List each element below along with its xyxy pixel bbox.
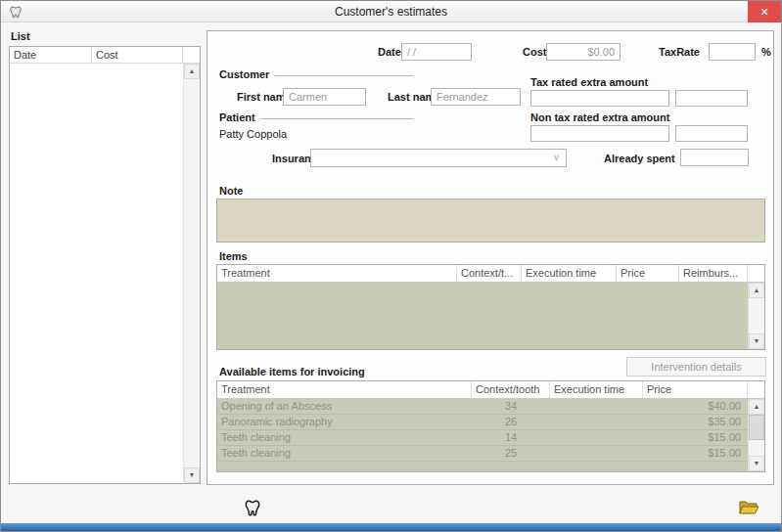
header-corner bbox=[748, 265, 764, 282]
cost-input[interactable] bbox=[546, 43, 621, 61]
estimates-list: Date Cost ▲ ▼ bbox=[9, 46, 201, 484]
table-row[interactable]: Teeth cleaning14$15.00 bbox=[217, 430, 748, 446]
available-scrollbar[interactable]: ▲ ▼ bbox=[748, 399, 764, 471]
open-folder-icon bbox=[738, 505, 759, 519]
available-column-price[interactable]: Price bbox=[643, 381, 748, 398]
title-bar: Customer's estimates ✕ bbox=[1, 1, 781, 22]
cell-treatment bbox=[217, 462, 472, 471]
nontax-extra-label: Non tax rated extra amount bbox=[530, 111, 669, 123]
note-textarea[interactable] bbox=[216, 199, 765, 243]
list-column-date[interactable]: Date bbox=[10, 47, 92, 63]
available-items-table: Treatment Context/tooth Execution time P… bbox=[216, 380, 765, 472]
scroll-down-icon[interactable]: ▼ bbox=[184, 467, 200, 483]
patient-section-header: Patient bbox=[219, 111, 413, 123]
patient-section-label: Patient bbox=[219, 111, 255, 123]
scrollbar-thumb[interactable] bbox=[749, 415, 764, 440]
tax-extra-input[interactable] bbox=[530, 90, 669, 107]
already-spent-label: Already spent bbox=[604, 153, 675, 164]
list-label: List bbox=[11, 30, 30, 42]
cost-label: Cost bbox=[523, 46, 546, 58]
cell-execution bbox=[550, 462, 643, 471]
available-table-body[interactable]: Opening of an Abscess34$40.00Panoramic r… bbox=[217, 399, 748, 471]
date-input[interactable] bbox=[401, 43, 472, 61]
items-table-body[interactable] bbox=[217, 283, 748, 349]
chevron-down-icon: ∨ bbox=[553, 152, 560, 162]
cell-price: $15.00 bbox=[643, 430, 748, 445]
customer-section-label: Customer bbox=[219, 68, 269, 80]
scroll-down-icon[interactable]: ▼ bbox=[749, 333, 764, 349]
list-column-cost[interactable]: Cost bbox=[92, 47, 183, 63]
cell-context: 34 bbox=[472, 399, 550, 414]
cell-execution bbox=[550, 430, 643, 445]
list-body[interactable] bbox=[10, 64, 183, 483]
last-name-input[interactable] bbox=[431, 88, 521, 106]
items-column-execution[interactable]: Execution time bbox=[522, 265, 617, 282]
cell-price: $40.00 bbox=[643, 399, 748, 414]
scroll-down-icon[interactable]: ▼ bbox=[749, 456, 764, 471]
items-table-header: Treatment Context/t... Execution time Pr… bbox=[217, 265, 764, 283]
list-scrollbar[interactable]: ▲ ▼ bbox=[183, 64, 200, 483]
cell-execution bbox=[550, 446, 643, 461]
close-icon: ✕ bbox=[759, 6, 768, 18]
estimate-action-button[interactable] bbox=[239, 496, 266, 521]
items-column-treatment[interactable]: Treatment bbox=[217, 265, 457, 282]
tax-extra-amount-input[interactable] bbox=[675, 90, 748, 107]
available-column-execution[interactable]: Execution time bbox=[550, 381, 643, 398]
dialog-window: Customer's estimates ✕ List Date Cost ▲ … bbox=[0, 0, 782, 532]
nontax-extra-input[interactable] bbox=[530, 125, 669, 142]
cell-price: $15.00 bbox=[643, 446, 748, 461]
table-row[interactable]: Teeth cleaning25$15.00 bbox=[217, 446, 748, 462]
section-rule bbox=[274, 75, 413, 76]
customer-section-header: Customer bbox=[219, 68, 413, 80]
table-row[interactable]: Panoramic radiography26$35.00 bbox=[217, 415, 748, 430]
available-column-context[interactable]: Context/tooth bbox=[472, 381, 550, 398]
nontax-extra-amount-input[interactable] bbox=[675, 125, 748, 142]
patient-name: Patty Coppola bbox=[219, 128, 287, 140]
items-label: Items bbox=[219, 250, 248, 262]
items-column-price[interactable]: Price bbox=[617, 265, 679, 282]
intervention-details-button[interactable]: Intervention details bbox=[626, 357, 766, 377]
items-column-context[interactable]: Context/t... bbox=[457, 265, 522, 282]
already-spent-input[interactable] bbox=[680, 149, 749, 166]
available-items-label: Available items for invoicing bbox=[219, 366, 365, 377]
window-bottom-border bbox=[1, 523, 781, 531]
taxrate-input[interactable] bbox=[709, 43, 756, 61]
cell-treatment: Teeth cleaning bbox=[217, 446, 472, 461]
cell-context: 14 bbox=[472, 430, 550, 445]
close-button[interactable]: ✕ bbox=[748, 1, 781, 22]
table-row[interactable] bbox=[217, 462, 748, 471]
cell-context: 26 bbox=[472, 415, 550, 429]
cell-treatment: Teeth cleaning bbox=[217, 430, 472, 445]
taxrate-label: TaxRate bbox=[659, 46, 700, 58]
date-label: Date bbox=[378, 46, 401, 58]
window-title: Customer's estimates bbox=[1, 5, 781, 19]
scroll-up-icon[interactable]: ▲ bbox=[749, 399, 764, 415]
first-name-input[interactable] bbox=[283, 88, 366, 106]
open-estimate-button[interactable] bbox=[735, 496, 762, 521]
available-table-header: Treatment Context/tooth Execution time P… bbox=[217, 381, 764, 399]
cell-execution bbox=[550, 415, 643, 429]
list-header: Date Cost bbox=[10, 47, 200, 64]
available-column-treatment[interactable]: Treatment bbox=[217, 381, 472, 398]
cell-price: $35.00 bbox=[643, 415, 748, 429]
section-rule bbox=[260, 118, 413, 119]
items-table: Treatment Context/t... Execution time Pr… bbox=[216, 264, 765, 350]
scroll-up-icon[interactable]: ▲ bbox=[184, 64, 200, 79]
tax-extra-label: Tax rated extra amount bbox=[530, 76, 648, 88]
cell-treatment: Opening of an Abscess bbox=[217, 399, 472, 414]
header-corner bbox=[748, 381, 764, 398]
cell-price bbox=[643, 462, 748, 471]
items-scrollbar[interactable]: ▲ ▼ bbox=[748, 283, 764, 349]
table-row[interactable]: Opening of an Abscess34$40.00 bbox=[217, 399, 748, 415]
note-label: Note bbox=[219, 185, 243, 197]
cell-context: 25 bbox=[472, 446, 550, 461]
items-column-reimbursement[interactable]: Reimburs... bbox=[679, 265, 748, 282]
tooth-icon bbox=[243, 506, 262, 520]
insurance-select[interactable]: ∨ bbox=[310, 149, 567, 167]
percent-label: % bbox=[761, 46, 771, 58]
cell-execution bbox=[550, 399, 643, 414]
cell-treatment: Panoramic radiography bbox=[217, 415, 472, 429]
cell-context bbox=[472, 462, 550, 471]
scroll-up-icon[interactable]: ▲ bbox=[749, 283, 764, 298]
estimate-form-panel: Date Cost TaxRate % Customer First name … bbox=[207, 30, 774, 485]
